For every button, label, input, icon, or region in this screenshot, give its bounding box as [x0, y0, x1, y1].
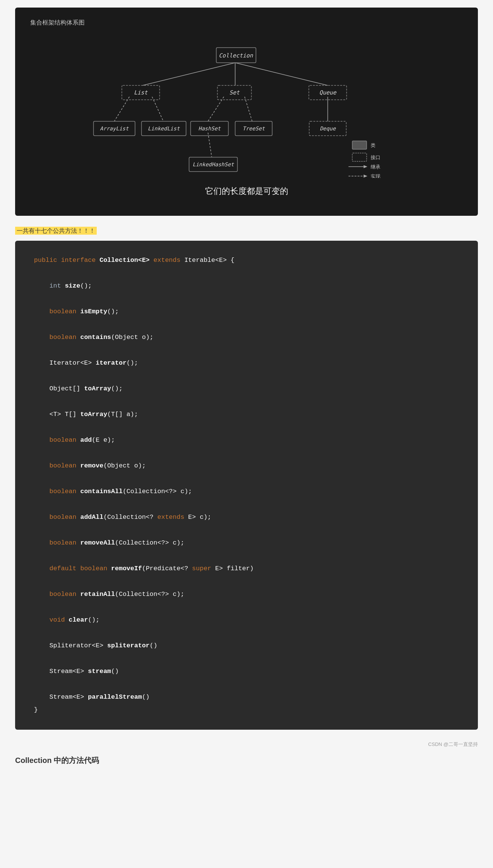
svg-text:Collection: Collection: [219, 52, 253, 59]
svg-text:ArrayList: ArrayList: [100, 125, 129, 132]
code-line-12: boolean removeAll(Collection<?> c);: [34, 537, 459, 549]
diagram-canvas: Collection List Set Queue ArrayList Link…: [30, 34, 463, 178]
code-line-9: boolean remove(Object o);: [34, 460, 459, 472]
code-line-8: boolean add(E e);: [34, 434, 459, 447]
highlight-section: 一共有十七个公共方法！！！: [15, 227, 478, 235]
svg-text:Queue: Queue: [319, 89, 337, 96]
code-line-3: boolean isEmpty();: [34, 305, 459, 318]
footer-text: CSDN @二哥一直坚持: [428, 741, 478, 747]
diagram-title: 集合框架结构体系图: [30, 19, 463, 27]
code-line-blank15: [34, 627, 459, 639]
code-line-17: Stream<E> stream(): [34, 665, 459, 678]
code-line-blank14: [34, 601, 459, 614]
code-line-16: Spliterator<E> spliterator(): [34, 639, 459, 652]
diagram-footer: 它们的长度都是可变的: [30, 186, 463, 197]
svg-text:List: List: [134, 89, 148, 96]
code-line-blank13: [34, 575, 459, 588]
svg-line-0: [143, 63, 235, 85]
svg-text:LinkedList: LinkedList: [148, 125, 180, 132]
svg-rect-31: [352, 153, 367, 161]
code-line-2: int size();: [34, 280, 459, 292]
svg-text:类: 类: [371, 142, 376, 148]
svg-line-6: [208, 97, 224, 121]
svg-text:接口: 接口: [371, 155, 380, 160]
code-section: public interface Collection<E> extends I…: [15, 241, 478, 730]
svg-marker-37: [364, 175, 368, 178]
code-line-blank11: [34, 524, 459, 537]
code-line-blank8: [34, 447, 459, 460]
code-line-15: void clear();: [34, 614, 459, 627]
code-line-7: <T> T[] toArray(T[] a);: [34, 408, 459, 421]
page-footer: CSDN @二哥一直坚持: [15, 741, 478, 748]
svg-text:LinkedHashSet: LinkedHashSet: [193, 161, 234, 167]
code-line-10: boolean containsAll(Collection<?> c);: [34, 485, 459, 498]
code-line-1: public interface Collection<E> extends I…: [34, 254, 459, 267]
code-line-blank5: [34, 370, 459, 382]
svg-rect-29: [352, 141, 367, 149]
code-line-11: boolean addAll(Collection<? extends E> c…: [34, 511, 459, 524]
code-line-blank6: [34, 395, 459, 408]
svg-text:HashSet: HashSet: [198, 125, 221, 132]
diagram-svg: Collection List Set Queue ArrayList Link…: [30, 34, 463, 178]
code-line-6: Object[] toArray();: [34, 382, 459, 395]
highlight-text: 一共有十七个公共方法！！！: [15, 227, 97, 235]
code-line-4: boolean contains(Object o);: [34, 331, 459, 344]
code-line-blank1: [34, 267, 459, 280]
svg-text:实现: 实现: [371, 173, 380, 178]
code-line-blank9: [34, 472, 459, 485]
code-line-blank10: [34, 498, 459, 511]
code-line-blank17: [34, 678, 459, 691]
svg-text:继承: 继承: [371, 164, 380, 170]
diagram-section: 集合框架结构体系图: [15, 8, 478, 216]
bottom-heading: Collection 中的方法代码: [15, 755, 478, 766]
svg-text:TreeSet: TreeSet: [243, 125, 265, 132]
svg-line-4: [114, 97, 130, 121]
code-line-19: }: [34, 704, 459, 716]
svg-line-8: [208, 133, 212, 157]
code-line-blank3: [34, 318, 459, 331]
code-block: public interface Collection<E> extends I…: [34, 254, 459, 716]
code-line-5: Iterator<E> iterator();: [34, 357, 459, 370]
code-line-blank2: [34, 292, 459, 305]
code-line-13: default boolean removeIf(Predicate<? sup…: [34, 562, 459, 575]
svg-text:Deque: Deque: [320, 125, 336, 132]
code-line-18: Stream<E> parallelStream(): [34, 691, 459, 704]
code-line-blank12: [34, 549, 459, 562]
code-line-blank4: [34, 344, 459, 357]
code-line-blank16: [34, 652, 459, 665]
svg-line-2: [235, 63, 328, 85]
svg-line-7: [245, 97, 252, 121]
page-wrapper: 集合框架结构体系图: [0, 0, 493, 773]
svg-marker-34: [364, 165, 368, 168]
code-line-14: boolean retainAll(Collection<?> c);: [34, 588, 459, 601]
code-line-blank7: [34, 421, 459, 434]
svg-text:Set: Set: [229, 89, 240, 96]
svg-line-5: [152, 97, 164, 121]
